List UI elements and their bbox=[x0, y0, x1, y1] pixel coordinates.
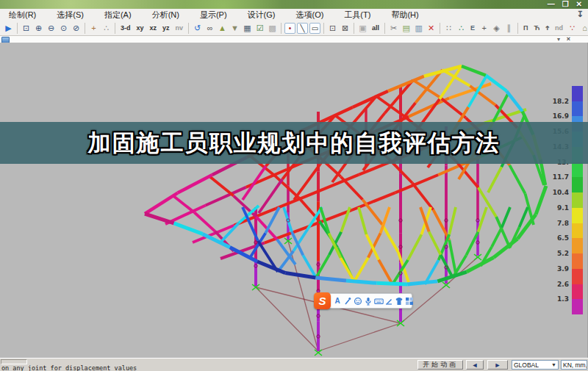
pan-icon[interactable]: + bbox=[88, 22, 99, 34]
clear-selection-icon[interactable]: ▣ bbox=[357, 22, 368, 34]
joint-loads-icon[interactable]: ∵ bbox=[567, 22, 578, 34]
nd-label[interactable]: nd bbox=[553, 22, 565, 34]
zoom-in-icon[interactable]: ⊕ bbox=[33, 22, 44, 34]
move-down-icon[interactable]: ▼ bbox=[229, 22, 240, 34]
view-xy-button[interactable]: xy bbox=[135, 22, 146, 34]
ime-text-cursor-icon[interactable] bbox=[343, 295, 353, 306]
menu-item-help[interactable]: 帮助(H) bbox=[381, 9, 429, 21]
ime-microphone-icon[interactable] bbox=[364, 295, 373, 306]
move-points-icon[interactable]: + bbox=[478, 22, 490, 34]
select-all-button[interactable]: all bbox=[370, 22, 381, 34]
toolbar-separator bbox=[517, 23, 518, 34]
legend-value-label: 6.5 bbox=[539, 234, 569, 242]
menu-item-assign[interactable]: 指定(A) bbox=[94, 9, 142, 21]
zoom-previous-icon[interactable]: ⊘ bbox=[71, 22, 82, 34]
ime-keyboard-icon[interactable] bbox=[374, 295, 384, 306]
ime-emoji-icon[interactable] bbox=[354, 295, 363, 306]
draw-line-icon[interactable]: ╲ bbox=[297, 23, 308, 34]
frame-portal-icon[interactable]: Π bbox=[521, 22, 531, 34]
ime-toolbar: S A bbox=[315, 293, 412, 309]
legend-value-label: 3.9 bbox=[539, 265, 569, 273]
legend-band bbox=[572, 269, 583, 284]
set-display-options-icon[interactable]: ☑ bbox=[254, 22, 265, 34]
structural-model-canvas bbox=[0, 43, 588, 358]
delete-icon[interactable]: ✕ bbox=[426, 22, 437, 34]
frame-braced-icon[interactable]: Ћ bbox=[532, 22, 542, 34]
legend-band bbox=[572, 253, 583, 269]
view-yz-button[interactable]: yz bbox=[160, 22, 172, 34]
paste-icon[interactable]: ▥ bbox=[413, 22, 424, 34]
view-window-close-icon[interactable]: × bbox=[567, 36, 570, 43]
zoom-window-icon[interactable]: ⊡ bbox=[21, 22, 32, 34]
view-nv-button[interactable]: nv bbox=[173, 22, 186, 34]
rotate-view-icon[interactable]: ↺ bbox=[192, 22, 203, 34]
coordinate-system-select[interactable]: GLOBAL ▼ bbox=[512, 360, 559, 370]
toolbar-separator bbox=[85, 23, 85, 34]
menu-item-options[interactable]: 选项(O) bbox=[285, 9, 334, 21]
download-arrow-icon[interactable]: ↧ bbox=[577, 10, 584, 19]
units-select[interactable]: KN, mm, C ▼ bbox=[561, 360, 587, 370]
legend-band bbox=[572, 86, 583, 101]
maximize-button[interactable]: ❐ bbox=[562, 0, 569, 9]
menu-item-analyze[interactable]: 分析(N) bbox=[142, 9, 190, 21]
object-shrink-icon[interactable]: ▦ bbox=[242, 22, 253, 34]
toolbar-separator bbox=[17, 23, 18, 34]
view-3d-button[interactable]: 3-d bbox=[118, 22, 133, 34]
zoom-full-icon[interactable]: ⊙ bbox=[58, 22, 69, 34]
legend-value-label: 5.2 bbox=[539, 250, 569, 257]
banner-title: 加固施工员职业规划中的自我评估方法 bbox=[88, 128, 501, 159]
grid-points-icon[interactable]: ∷ bbox=[443, 22, 454, 34]
view-window-menu-icon[interactable]: ▾ bbox=[557, 36, 560, 43]
run-analysis-icon[interactable]: ▶ bbox=[3, 22, 14, 34]
legend-value-label: 1.3 bbox=[539, 295, 569, 303]
menu-item-design[interactable]: 设计(G) bbox=[237, 9, 286, 21]
more-options-icon[interactable]: ▩ bbox=[267, 22, 278, 34]
menu-item-select[interactable]: 选择(S) bbox=[46, 9, 94, 21]
next-step-button[interactable]: ► bbox=[487, 360, 508, 370]
perspective-icon[interactable]: ∞ bbox=[204, 22, 215, 34]
copy-icon[interactable]: ▤ bbox=[401, 22, 412, 34]
toolbar-separator bbox=[188, 23, 189, 34]
joint-pattern-icon[interactable]: ∴ bbox=[456, 22, 467, 34]
close-button[interactable]: ✕ bbox=[576, 0, 582, 9]
legend-band bbox=[572, 299, 583, 314]
select-zoom-icon[interactable]: ⊡ bbox=[327, 22, 338, 34]
legend-value-label: 9.1 bbox=[539, 204, 569, 212]
move-up-icon[interactable]: ▲ bbox=[217, 22, 228, 34]
zoom-out-icon[interactable]: ⊖ bbox=[46, 22, 57, 34]
select-window-icon[interactable]: ⊠ bbox=[340, 22, 351, 34]
toolbar-separator bbox=[323, 23, 324, 34]
extrude-icon[interactable]: E bbox=[468, 22, 477, 34]
toolbar-separator bbox=[384, 23, 385, 34]
minimize-button[interactable]: — bbox=[548, 0, 555, 9]
menu-item-tools[interactable]: 工具(T) bbox=[334, 9, 381, 21]
menu-bar: 绘制(R)选择(S)指定(A)分析(N)显示(P)设计(G)选项(O)工具(T)… bbox=[0, 9, 588, 21]
view-xz-button[interactable]: xz bbox=[148, 22, 159, 34]
desktop-wallpaper-strip: — ❐ ✕ bbox=[0, 0, 588, 9]
overlay-banner: 加固施工员职业规划中的自我评估方法 bbox=[0, 122, 588, 164]
sogou-logo-icon[interactable]: S bbox=[314, 292, 331, 309]
start-animation-button[interactable]: 开始动画 bbox=[417, 360, 463, 370]
draw-point-icon[interactable]: • bbox=[284, 23, 295, 34]
chevron-down-icon: ▼ bbox=[551, 362, 556, 367]
frame-truss-icon[interactable]: Ϯ bbox=[543, 22, 551, 34]
model-view-area[interactable]: 18.216.915.614.313.11.710.49.17.86.55.23… bbox=[0, 43, 588, 358]
draw-rect-icon[interactable]: ▭ bbox=[309, 23, 320, 34]
parallel-lines-icon[interactable]: ∥ bbox=[503, 22, 514, 34]
bridge-wizard-icon[interactable]: ⌂ bbox=[579, 22, 588, 34]
ime-mode-toggle[interactable]: A bbox=[333, 295, 343, 306]
assign-area-icon[interactable]: ◈ bbox=[491, 22, 502, 34]
legend-value-label: 18.2 bbox=[539, 98, 569, 105]
prev-step-button[interactable]: ◄ bbox=[466, 360, 484, 370]
menu-item-draw[interactable]: 绘制(R) bbox=[0, 9, 46, 21]
menu-item-display[interactable]: 显示(P) bbox=[190, 9, 237, 21]
ime-toolbox-icon[interactable] bbox=[405, 295, 415, 306]
ime-skin-icon[interactable] bbox=[395, 295, 404, 306]
legend-value-label: 16.9 bbox=[539, 112, 569, 120]
status-message: on any joint for displacement values bbox=[1, 364, 137, 371]
cut-icon[interactable]: ✂ bbox=[388, 22, 399, 34]
snap-options-icon[interactable]: ∴ bbox=[101, 22, 112, 34]
status-inset-box bbox=[1, 359, 27, 364]
ime-handwriting-icon[interactable] bbox=[384, 295, 394, 306]
window-controls: — ❐ ✕ bbox=[548, 0, 582, 9]
